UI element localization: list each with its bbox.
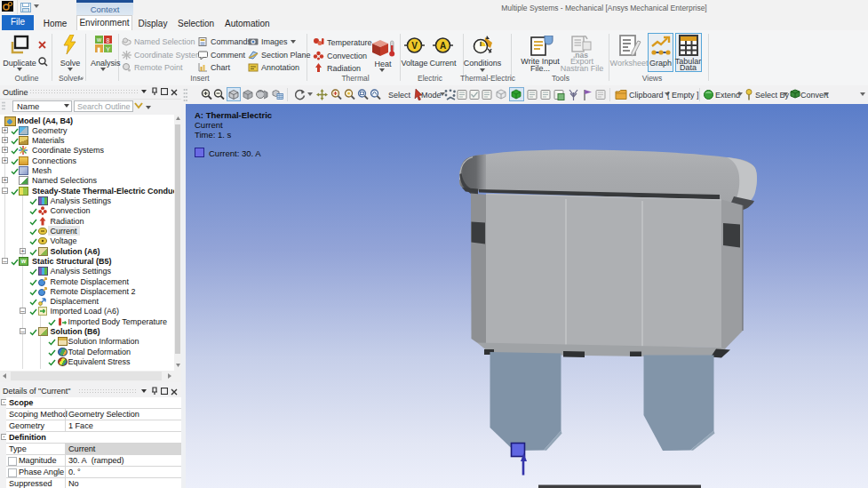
svg-text:V: V — [411, 41, 418, 51]
svg-text:8: 8 — [107, 37, 110, 44]
svg-text:Y: Y — [106, 46, 110, 52]
svg-text:▮: ▮ — [98, 46, 101, 52]
svg-text:w: w — [96, 36, 102, 43]
svg-text:A: A — [440, 41, 446, 51]
